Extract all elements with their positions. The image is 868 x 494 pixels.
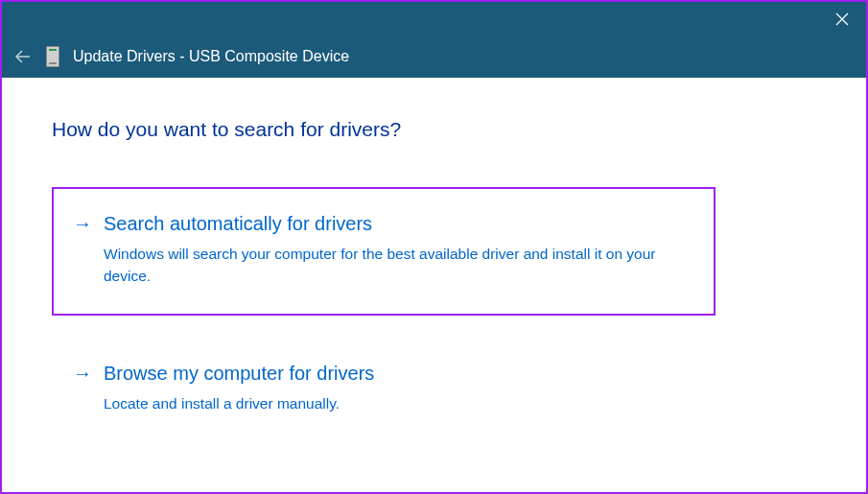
arrow-right-icon: →	[73, 210, 92, 237]
device-icon	[46, 46, 59, 67]
option-row: → Search automatically for drivers Windo…	[73, 210, 692, 287]
option-body: Search automatically for drivers Windows…	[104, 210, 692, 287]
close-icon	[835, 12, 849, 26]
wizard-header: Update Drivers - USB Composite Device	[2, 35, 866, 78]
option-description: Windows will search your computer for th…	[104, 243, 679, 287]
option-title: Search automatically for drivers	[104, 210, 692, 237]
arrow-right-icon: →	[73, 360, 92, 387]
wizard-title: Update Drivers - USB Composite Device	[73, 48, 349, 65]
option-body: Browse my computer for drivers Locate an…	[104, 360, 692, 414]
option-browse-computer[interactable]: → Browse my computer for drivers Locate …	[52, 337, 716, 443]
close-button[interactable]	[833, 11, 851, 28]
option-title: Browse my computer for drivers	[104, 360, 692, 387]
back-button[interactable]	[13, 47, 33, 66]
back-arrow-icon	[13, 47, 33, 66]
wizard-content: How do you want to search for drivers? →…	[2, 78, 866, 483]
option-description: Locate and install a driver manually.	[104, 392, 679, 414]
titlebar	[2, 2, 866, 35]
prompt-heading: How do you want to search for drivers?	[52, 118, 816, 141]
option-row: → Browse my computer for drivers Locate …	[73, 360, 692, 414]
option-search-automatically[interactable]: → Search automatically for drivers Windo…	[52, 187, 716, 316]
